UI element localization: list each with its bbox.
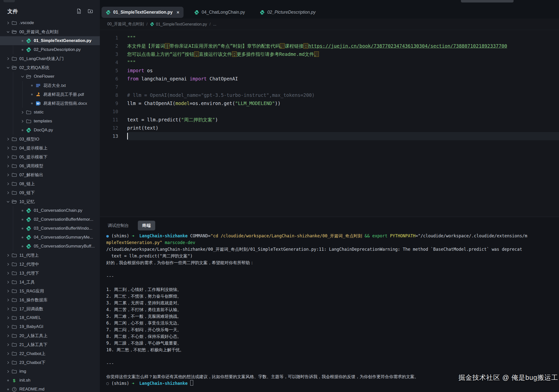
chevron-right-icon[interactable]	[5, 253, 10, 258]
panel-tab[interactable]: 终端	[138, 221, 155, 230]
chevron-right-icon[interactable]	[5, 342, 10, 347]
new-folder-icon[interactable]	[87, 8, 93, 14]
chevron-right-icon[interactable]	[20, 119, 25, 124]
folder-icon	[12, 306, 17, 312]
chevron-right-icon[interactable]	[5, 324, 10, 329]
chevron-right-icon[interactable]	[5, 172, 10, 177]
breadcrumb-symbol[interactable]: ...	[213, 22, 216, 27]
new-file-icon[interactable]	[76, 8, 82, 14]
tree-item[interactable]: $init.sh	[0, 376, 100, 385]
breadcrumb-folder[interactable]: 00_开篇词_奇点时刻	[107, 22, 144, 27]
code-line: 8# llm = OpenAI(model_name="gpt-3.5-turb…	[100, 91, 559, 99]
chevron-right-icon[interactable]	[5, 20, 10, 25]
tree-item[interactable]: ?README.md	[0, 385, 100, 392]
chevron-right-icon[interactable]	[5, 315, 10, 320]
tree-item[interactable]: 13_代理下	[0, 269, 100, 278]
chevron-right-icon[interactable]	[5, 181, 10, 186]
tree-item[interactable]: .vscode	[0, 18, 100, 27]
tree-item[interactable]: 15_RAG应用	[0, 286, 100, 295]
chevron-right-icon[interactable]	[5, 333, 10, 338]
tree-item[interactable]: 05_提示模板下	[0, 152, 100, 161]
tree-item[interactable]: W易速鲜花运营指南.docx	[0, 99, 100, 108]
chevron-down-icon[interactable]	[20, 74, 25, 79]
tree-item[interactable]: 20_人脉工具上	[0, 331, 100, 340]
tree-item[interactable]: 01_LangChain快速入门	[0, 54, 100, 63]
chevron-right-icon[interactable]	[5, 360, 10, 365]
editor-tab[interactable]: 01_SimpleTextGeneration.py×	[102, 7, 184, 18]
chevron-right-icon[interactable]	[5, 190, 10, 195]
tree-item[interactable]: 17_回调函数	[0, 304, 100, 313]
code-line: 10	[100, 107, 559, 116]
terminal-line: /cloudide/workspace/LangChain-shizhanke/…	[106, 246, 559, 253]
tree-item[interactable]: 02_PictureDescription.py	[0, 45, 100, 54]
code-editor[interactable]: 1"""2本文件是【开篇词｜带你亲证AI应用开发的“奇点”时刻】章节的配套代码。…	[100, 30, 559, 217]
py-file-icon	[26, 38, 31, 43]
chevron-right-icon[interactable]	[5, 163, 10, 168]
chevron-right-icon[interactable]	[5, 145, 10, 150]
chevron-right-icon[interactable]	[5, 154, 10, 159]
tree-item[interactable]: 04_ConversationSummaryMe...	[0, 233, 100, 242]
tree-item[interactable]: 01_ConversationChain.py	[0, 206, 100, 215]
tree-item[interactable]: 04_提示模板上	[0, 143, 100, 152]
tree-item[interactable]: 10_记忆	[0, 197, 100, 206]
tree-item[interactable]: 09_链下	[0, 188, 100, 197]
tree-item[interactable]: 01_SimpleTextGeneration.py	[0, 36, 100, 45]
tree-item[interactable]: 02_ConversationBufferMemor...	[0, 215, 100, 224]
tree-item[interactable]: templates	[0, 117, 100, 126]
close-icon[interactable]: ×	[177, 10, 179, 15]
editor-tab[interactable]: 04_ChatLongChain.py	[190, 7, 249, 18]
tree-item[interactable]: 11_代理上	[0, 251, 100, 260]
tree-item[interactable]: 23_Chatbot下	[0, 358, 100, 367]
tree-item[interactable]: 07_解析输出	[0, 170, 100, 179]
chevron-right-icon[interactable]	[5, 56, 10, 61]
tree-item[interactable]: OneFlower	[0, 72, 100, 81]
folder-icon	[12, 324, 17, 329]
chevron-right-icon[interactable]	[5, 297, 10, 302]
chevron-right-icon[interactable]	[5, 262, 10, 267]
tree-item[interactable]: 06_调用模型	[0, 161, 100, 170]
tree-item[interactable]: 16_操作数据库	[0, 295, 100, 304]
chevron-right-icon[interactable]	[5, 271, 10, 276]
tree-item[interactable]: 00_开篇词_奇点时刻	[0, 27, 100, 36]
terminal-line: 6. 周二闲，心不烦，享受生活乐无边。	[106, 320, 559, 326]
python-icon	[194, 10, 199, 15]
tree-item[interactable]: 14_工具	[0, 278, 100, 286]
code-link[interactable]: https://juejin.cn/book/73877023474361303…	[308, 43, 507, 49]
panel-tab[interactable]: 调试控制台	[108, 221, 129, 230]
tree-item[interactable]: 03_ConversationBufferWindo...	[0, 224, 100, 233]
tree-item-label: DocQA.py	[34, 128, 53, 133]
breadcrumb-file[interactable]: 01_SimpleTextGeneration.py	[156, 22, 207, 27]
tree-item[interactable]: 03_模型IO	[0, 135, 100, 143]
tree-item[interactable]: 02_文档QA系统	[0, 63, 100, 72]
chevron-down-icon[interactable]	[5, 65, 10, 70]
indent-guide	[13, 206, 13, 251]
tree-item[interactable]: 21_人脉工具下	[0, 340, 100, 349]
tree-item[interactable]: 花语大全.txt	[0, 81, 100, 90]
tree-item[interactable]: 05_ConversationSummaryBuff...	[0, 242, 100, 251]
tree-item[interactable]: static	[0, 108, 100, 117]
tree-item[interactable]: DocQA.py	[0, 126, 100, 135]
code-line: 6from langchain_openai import ChatOpenAI	[100, 75, 559, 83]
chevron-down-icon[interactable]	[5, 199, 10, 204]
breadcrumb: 00_开篇词_奇点时刻 / 01_SimpleTextGeneration.py…	[100, 19, 559, 30]
chevron-right-icon[interactable]	[5, 280, 10, 285]
terminal-output[interactable]: ● (shims) ➜ LangChain-shizhanke COMMAND=…	[106, 233, 559, 392]
editor-tab[interactable]: 02_PictureDescription.py	[256, 7, 320, 18]
tree-item[interactable]: img	[0, 367, 100, 376]
terminal-line: 4. 周二苦，不打怵，勇往直前不认输。	[106, 306, 559, 313]
code-text: 本文件是【开篇词｜带你亲证AI应用开发的“奇点”时刻】章节的配套代码。课程链接：…	[127, 42, 507, 50]
chevron-right-icon[interactable]	[5, 288, 10, 293]
tree-item[interactable]: 12_代理中	[0, 260, 100, 269]
chevron-right-icon[interactable]	[5, 351, 10, 356]
chevron-right-icon[interactable]	[5, 137, 10, 142]
chevron-down-icon[interactable]	[5, 29, 10, 34]
chevron-right-icon[interactable]	[5, 306, 10, 311]
tree-item[interactable]: 19_BabyAGI	[0, 322, 100, 331]
tree-item[interactable]: 18_CAMEL	[0, 313, 100, 322]
tree-item[interactable]: 08_链上	[0, 179, 100, 188]
tree-item[interactable]: 易速鲜花员工手册.pdf	[0, 90, 100, 99]
tree-item[interactable]: 22_Chatbot上	[0, 349, 100, 358]
svg-text:?: ?	[13, 388, 15, 391]
chevron-right-icon[interactable]	[5, 369, 10, 374]
chevron-right-icon[interactable]	[20, 110, 25, 115]
